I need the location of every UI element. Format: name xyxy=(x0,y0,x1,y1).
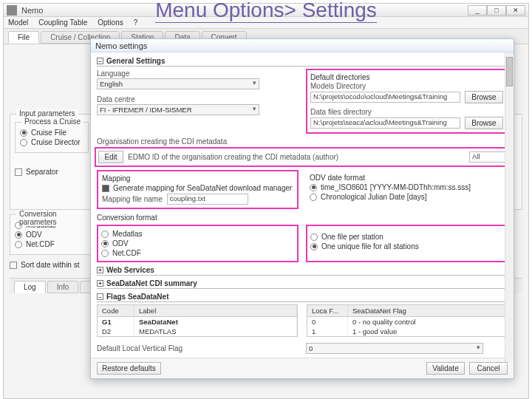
radio-iso8601-label: time_ISO8601 [YYYY-MM-DDThh:mm:ss.sss] xyxy=(321,183,471,191)
radio-iso8601[interactable]: time_ISO8601 [YYYY-MM-DDThh:mm:ss.sss] xyxy=(310,183,504,191)
general-left: Language English Data centre FI - IFREME… xyxy=(97,69,299,134)
section-web-services-label: Web Services xyxy=(106,266,154,274)
th-local[interactable]: Loca F... xyxy=(307,305,348,316)
organisation-hint: EDMO ID of the organisation creating the… xyxy=(128,153,465,161)
td: 0 - no quality control xyxy=(348,317,507,327)
radio-netcdf-sm[interactable]: Net.CDF xyxy=(15,240,86,248)
datacentre-label: Data centre xyxy=(97,95,135,103)
radio-netcdf[interactable]: Net.CDF xyxy=(101,249,294,257)
settings-footer: Restore defaults Validate Cancel xyxy=(91,358,514,378)
menu-model[interactable]: Model xyxy=(8,18,28,27)
radio-netcdf-sm-label: Net.CDF xyxy=(26,240,55,248)
radio-odv-sm-label: ODV xyxy=(26,231,42,239)
radio-one-per-station-label: One file per station xyxy=(321,233,383,241)
section-general[interactable]: – General Settings xyxy=(97,57,508,66)
conv-title: Conversion format xyxy=(97,214,157,222)
radio-one-all[interactable]: One unique file for all stations xyxy=(310,242,503,250)
menubar: Model Coupling Table Options ? xyxy=(4,17,528,29)
sort-date-label: Sort date within st xyxy=(21,261,79,269)
datacentre-combo[interactable]: FI - IFREMER / IDM-SISMER xyxy=(97,104,259,115)
generate-mapping-check[interactable]: Generate mapping for SeaDataNet download… xyxy=(102,184,293,192)
default-flag-label: Default Local Vertical Flag xyxy=(97,344,183,352)
odv-date-title: ODV date format xyxy=(310,174,365,182)
language-value: English xyxy=(100,80,123,88)
models-dir-input[interactable]: N:\projets\ocodo\ocloud\Meetings&Trainin… xyxy=(310,92,460,103)
radio-odv-sm[interactable]: ODV xyxy=(15,231,86,239)
td: 1 - good value xyxy=(348,327,507,336)
separator-label: Separator xyxy=(26,168,58,176)
section-web-services[interactable]: + Web Services xyxy=(97,266,508,276)
settings-titlebar: Nemo settings xyxy=(91,39,514,52)
flags-table-left[interactable]: Code Label G1 SeaDataNet D2 MEDATLAS xyxy=(97,304,298,337)
conversion-legend: Conversion parameters xyxy=(16,210,90,226)
radio-medatlas[interactable]: Medatlas xyxy=(101,230,294,238)
settings-title: Nemo settings xyxy=(95,41,147,50)
radio-cruise-file[interactable]: Cruise File xyxy=(20,129,83,137)
settings-dialog: Nemo settings – General Settings Languag… xyxy=(90,38,514,379)
generate-mapping-label: Generate mapping for SeaDataNet download… xyxy=(113,184,292,192)
input-parameters-legend: Input parameters xyxy=(16,109,78,117)
default-dirs-group: Default directories Models Directory N:\… xyxy=(306,69,508,134)
tab-info[interactable]: Info xyxy=(47,281,79,293)
radio-odv[interactable]: ODV xyxy=(101,239,294,248)
expand-icon[interactable]: + xyxy=(97,280,103,287)
data-dir-label: Data files directory xyxy=(310,108,372,116)
section-flags[interactable]: – Flags SeaDataNet xyxy=(97,293,508,302)
cancel-button[interactable]: Cancel xyxy=(469,362,508,375)
edit-button[interactable]: Edit xyxy=(98,151,123,163)
mapping-file-label: Mapping file name xyxy=(102,195,163,203)
menu-coupling-table[interactable]: Coupling Table xyxy=(38,18,87,27)
collapse-icon[interactable]: – xyxy=(97,58,103,64)
mapping-file-input[interactable]: coupling.txt xyxy=(167,194,248,205)
td: 0 xyxy=(307,317,348,327)
restore-defaults-button[interactable]: Restore defaults xyxy=(97,362,161,375)
radio-cruise-dir-label: Cruise Director xyxy=(31,138,81,146)
settings-body: – General Settings Language English Data… xyxy=(91,52,514,358)
section-cdi-summary[interactable]: + SeaDataNet CDI summary xyxy=(97,279,508,289)
radio-netcdf-label: Net.CDF xyxy=(112,249,141,257)
window-buttons: _ □ ✕ xyxy=(468,5,525,16)
th-label[interactable]: Label xyxy=(134,305,297,316)
section-cdi-summary-label: SeaDataNet CDI summary xyxy=(106,279,197,287)
organisation-id-input[interactable]: All xyxy=(469,151,506,163)
language-combo[interactable]: English xyxy=(97,78,259,89)
odv-date-group: ODV date format time_ISO8601 [YYYY-MM-DD… xyxy=(306,170,508,209)
tab-log[interactable]: Log xyxy=(14,281,46,293)
maximize-button[interactable]: □ xyxy=(487,5,506,16)
default-flag-combo[interactable]: 0 xyxy=(306,343,483,354)
radio-one-per-station[interactable]: One file per station xyxy=(310,233,503,241)
menu-options[interactable]: Options xyxy=(98,18,123,27)
main-titlebar: Nemo _ □ ✕ xyxy=(4,4,528,17)
td: MEDATLAS xyxy=(134,327,297,336)
expand-icon[interactable]: + xyxy=(97,267,103,273)
minimize-button[interactable]: _ xyxy=(468,5,487,16)
flags-table-right[interactable]: Loca F... SeaDataNet Flag 0 0 - no quali… xyxy=(307,304,508,337)
td: G1 xyxy=(98,317,134,327)
collapse-icon[interactable]: – xyxy=(97,293,103,300)
td: 1 xyxy=(307,327,348,336)
menu-help[interactable]: ? xyxy=(134,18,138,27)
mapping-title: Mapping xyxy=(102,174,130,183)
conversion-parameters-group: Conversion parameters Medatlas ODV Net.C… xyxy=(10,214,91,255)
dialog-scrollbar[interactable] xyxy=(505,52,514,362)
radio-cruise-dir[interactable]: Cruise Director xyxy=(20,138,83,146)
th-code[interactable]: Code xyxy=(98,305,134,316)
tab-file[interactable]: File xyxy=(8,31,39,44)
mapping-group: Mapping Generate mapping for SeaDataNet … xyxy=(97,170,299,209)
data-dir-browse-button[interactable]: Browse xyxy=(465,117,503,129)
datacentre-value: FI - IFREMER / IDM-SISMER xyxy=(100,106,192,114)
radio-one-all-label: One unique file for all stations xyxy=(321,242,419,250)
td: D2 xyxy=(98,327,134,336)
organisation-label: Organisation creating the CDI metadata xyxy=(97,137,227,146)
validate-button[interactable]: Validate xyxy=(426,362,465,375)
models-dir-browse-button[interactable]: Browse xyxy=(465,91,503,103)
section-flags-label: Flags SeaDataNet xyxy=(106,293,168,301)
radio-julian[interactable]: Chronological Julian Date [days] xyxy=(310,193,504,201)
radio-odv-label: ODV xyxy=(112,239,129,248)
th-sdnflag[interactable]: SeaDataNet Flag xyxy=(348,305,507,316)
scrollbar-thumb[interactable] xyxy=(506,57,513,86)
default-flag-value: 0 xyxy=(309,344,313,352)
close-button[interactable]: ✕ xyxy=(506,5,525,16)
radio-medatlas-label: Medatlas xyxy=(112,230,143,238)
data-dir-input[interactable]: N:\projets\seaca\acloud\Meetings&Trainin… xyxy=(310,117,460,129)
